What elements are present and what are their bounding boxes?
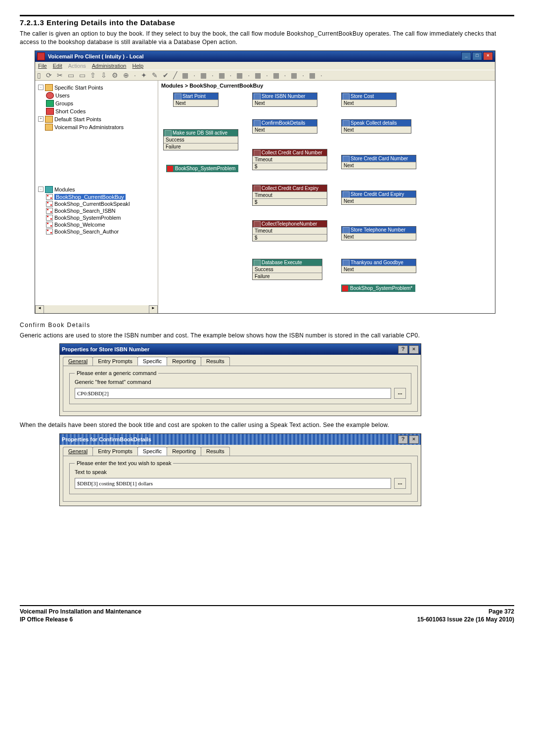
- expand-icon[interactable]: -: [38, 85, 44, 90]
- dialog-titlebar[interactable]: Properties for Store ISBN Number ? ×: [60, 344, 421, 355]
- generic-command-input[interactable]: [75, 388, 391, 399]
- module-search-isbn[interactable]: BookShop_Search_ISBN: [54, 208, 116, 214]
- tab-results[interactable]: Results: [201, 447, 230, 456]
- tree-groups[interactable]: Groups: [55, 100, 73, 106]
- dialog-title: Properties for ConfirmBookDetails: [62, 436, 151, 442]
- node-store-cc-number[interactable]: Store Credit Card Number Next: [341, 155, 416, 169]
- voicemail-pro-window: Voicemail Pro Client ( Intuity ) - Local…: [35, 50, 495, 314]
- goto-icon: [167, 166, 173, 172]
- scroll-left-icon[interactable]: ◄: [35, 305, 44, 313]
- tree-modules-root[interactable]: Modules: [54, 187, 75, 192]
- browse-button[interactable]: ...: [394, 388, 406, 399]
- module-search-author[interactable]: BookShop_Search_Author: [54, 229, 119, 235]
- tab-results[interactable]: Results: [201, 357, 230, 366]
- intro-paragraph: The caller is given an option to buy the…: [20, 30, 514, 47]
- window-title: Voicemail Pro Client ( Intuity ) - Local: [48, 53, 144, 59]
- footer-doc-title: Voicemail Pro Installation and Maintenan…: [20, 608, 141, 616]
- speak-text-input[interactable]: [75, 478, 391, 489]
- footer-issue: 15-601063 Issue 22e (16 May 2010): [417, 616, 514, 624]
- dialog-confirm-book-details: Properties for ConfirmBookDetails ? × Ge…: [59, 433, 421, 506]
- menu-edit[interactable]: Edit: [53, 63, 62, 69]
- speak-text-paragraph: When the details have been stored the bo…: [20, 421, 514, 429]
- tree-scrollbar[interactable]: ◄ ►: [35, 305, 158, 313]
- tree-users[interactable]: Users: [55, 93, 70, 98]
- expand-icon[interactable]: +: [38, 116, 44, 122]
- help-button[interactable]: ?: [398, 345, 408, 354]
- window-titlebar[interactable]: Voicemail Pro Client ( Intuity ) - Local…: [35, 51, 495, 62]
- window-buttons: _ □ ×: [461, 52, 493, 60]
- menu-administration[interactable]: Administration: [92, 63, 127, 69]
- section-heading: 7.2.1.3 Entering Details into the Databa…: [20, 18, 514, 27]
- node-db-active[interactable]: Make sure DB Still active Success Failur…: [163, 129, 238, 150]
- close-button[interactable]: ×: [409, 345, 419, 354]
- command-label: Generic ''free format'' command: [75, 379, 406, 385]
- node-store-isbn[interactable]: Store ISBN Number Next: [252, 93, 317, 107]
- tab-entry-prompts[interactable]: Entry Prompts: [92, 357, 138, 366]
- node-goto-systemproblem-1[interactable]: BookShop_SystemProblem: [166, 165, 238, 172]
- node-collect-cc-number[interactable]: Collect Credit Card Number Timeout $: [252, 149, 327, 170]
- expand-icon[interactable]: -: [38, 187, 44, 192]
- node-store-cost[interactable]: Store Cost Next: [341, 93, 397, 107]
- app-icon: [37, 52, 45, 60]
- module-icon: [46, 194, 53, 200]
- tab-reporting[interactable]: Reporting: [167, 447, 201, 456]
- module-icon: [46, 229, 53, 235]
- group-legend: Please enter a generic command: [75, 370, 158, 376]
- tree-default-start[interactable]: Default Start Points: [54, 116, 101, 122]
- folder-icon: [45, 116, 53, 123]
- tab-general[interactable]: General: [63, 447, 93, 456]
- module-currentbookbuy[interactable]: BookShop_CurrentBookBuy: [54, 194, 126, 200]
- menu-help[interactable]: Help: [132, 63, 143, 69]
- dialog-titlebar[interactable]: Properties for ConfirmBookDetails ? ×: [60, 434, 421, 445]
- maximize-button[interactable]: □: [472, 52, 482, 60]
- confirm-book-heading: Confirm Book Details: [20, 322, 514, 329]
- callflow-canvas[interactable]: Modules > BookShop_CurrentBookBuy Start …: [158, 81, 495, 313]
- menu-actions: Actions: [68, 63, 86, 69]
- close-button[interactable]: ×: [483, 52, 493, 60]
- node-goto-systemproblem-2[interactable]: BookShop_SystemProblem*: [341, 284, 415, 292]
- node-start-point[interactable]: Start Point Next: [173, 93, 219, 107]
- dialog-title: Properties for Store ISBN Number: [62, 346, 149, 352]
- minimize-button[interactable]: _: [461, 52, 471, 60]
- tree-specific-start[interactable]: Specific Start Points: [54, 85, 103, 91]
- gear-icon: [343, 94, 350, 100]
- canvas-breadcrumb: Modules > BookShop_CurrentBookBuy: [161, 83, 263, 89]
- node-store-telephone[interactable]: Store Telephone Number Next: [341, 226, 416, 240]
- dialog-store-isbn: Properties for Store ISBN Number ? × Gen…: [59, 343, 421, 416]
- node-collect-telephone[interactable]: CollectTelephoneNumber Timeout $: [252, 220, 327, 241]
- module-currentbookspeak[interactable]: BookShop_CurrentBookSpeakI: [54, 201, 130, 207]
- node-thankyou[interactable]: Thankyou and Goodbye Next: [341, 259, 416, 273]
- tab-specific[interactable]: Specific: [137, 447, 168, 456]
- menu-file[interactable]: File: [38, 63, 47, 69]
- navigation-tree[interactable]: -Specific Start Points Users Groups Shor…: [37, 84, 156, 235]
- keypad-icon: [254, 150, 261, 157]
- tab-entry-prompts[interactable]: Entry Prompts: [92, 447, 138, 456]
- help-button[interactable]: ?: [398, 435, 408, 444]
- module-icon: [46, 215, 53, 221]
- module-systemproblem[interactable]: BookShop_SystemProblem: [54, 215, 121, 221]
- module-icon: [46, 222, 53, 228]
- generic-actions-paragraph: Generic actions are used to store the IS…: [20, 331, 514, 340]
- gear-icon: [343, 191, 350, 198]
- module-welcome[interactable]: BookShop_Welcome: [54, 222, 105, 228]
- node-store-cc-expiry[interactable]: Store Credit Card Expiry Next: [341, 190, 416, 205]
- navigation-tree-pane: -Specific Start Points Users Groups Shor…: [35, 81, 158, 313]
- scroll-right-icon[interactable]: ►: [149, 305, 158, 313]
- node-confirm-book-details[interactable]: ConfirmBookDetails Next: [252, 119, 317, 134]
- node-speak-collect[interactable]: Speak Collect details Next: [341, 119, 411, 134]
- gear-icon: [254, 94, 261, 100]
- toolbar[interactable]: ▯ ⟳ ✂ ▭ ▭ ⇧ ⇩ ⚙ ⊕ · ✦ ✎ ✔ ╱ ▦ · ▦ · ▦ · …: [35, 70, 495, 81]
- speak-label: Text to speak: [75, 469, 406, 475]
- tree-shortcodes[interactable]: Short Codes: [55, 108, 86, 114]
- node-db-execute[interactable]: Database Execute Success Failure: [252, 259, 322, 280]
- tree-vm-admins[interactable]: Voicemail Pro Administrators: [54, 124, 124, 130]
- shortcodes-icon: [46, 108, 54, 115]
- close-button[interactable]: ×: [409, 435, 419, 444]
- node-collect-cc-expiry[interactable]: Collect Credit Card Expiry Timeout $: [252, 185, 327, 206]
- tab-reporting[interactable]: Reporting: [167, 357, 201, 366]
- module-icon: [46, 201, 53, 207]
- tab-general[interactable]: General: [63, 357, 93, 366]
- top-rule: [20, 15, 514, 16]
- tab-specific[interactable]: Specific: [137, 357, 168, 366]
- browse-button[interactable]: ...: [394, 478, 406, 489]
